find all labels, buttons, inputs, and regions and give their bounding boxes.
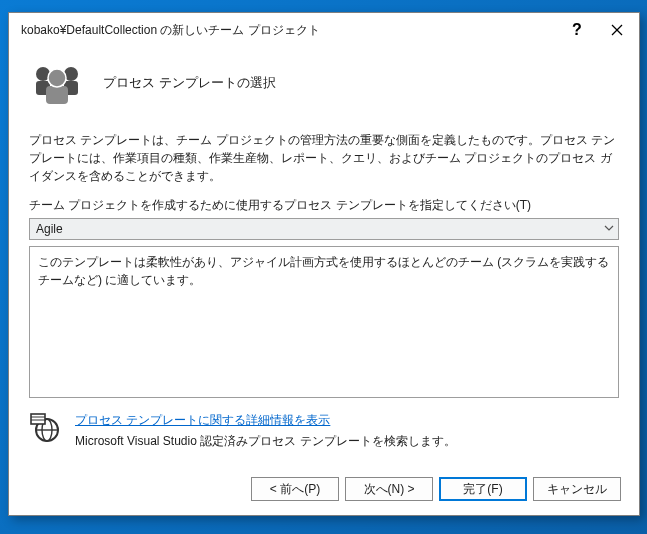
svg-rect-12 <box>31 414 45 424</box>
next-button[interactable]: 次へ(N) > <box>345 477 433 501</box>
help-button[interactable]: ? <box>557 15 597 45</box>
close-icon <box>611 24 623 36</box>
chevron-down-icon <box>604 222 614 236</box>
finish-button[interactable]: 完了(F) <box>439 477 527 501</box>
window-title: kobako¥DefaultCollection の新しいチーム プロジェクト <box>21 22 557 39</box>
info-texts: プロセス テンプレートに関する詳細情報を表示 Microsoft Visual … <box>75 412 619 450</box>
info-row: プロセス テンプレートに関する詳細情報を表示 Microsoft Visual … <box>29 412 619 450</box>
intro-text: プロセス テンプレートは、チーム プロジェクトの管理方法の重要な側面を定義したも… <box>29 131 619 185</box>
close-button[interactable] <box>597 15 637 45</box>
svg-rect-7 <box>46 86 68 104</box>
template-description-box: このテンプレートは柔軟性があり、アジャイル計画方式を使用するほとんどのチーム (… <box>29 246 619 398</box>
template-field-label: チーム プロジェクトを作成するために使用するプロセス テンプレートを指定してくだ… <box>29 197 619 214</box>
info-sub-text: Microsoft Visual Studio 認定済みプロセス テンプレートを… <box>75 433 619 450</box>
titlebar: kobako¥DefaultCollection の新しいチーム プロジェクト … <box>9 13 639 47</box>
new-team-project-dialog: kobako¥DefaultCollection の新しいチーム プロジェクト … <box>8 12 640 516</box>
header-section: プロセス テンプレートの選択 <box>9 47 639 123</box>
process-template-combobox[interactable]: Agile <box>29 218 619 240</box>
combobox-selected-value: Agile <box>36 222 604 236</box>
page-title: プロセス テンプレートの選択 <box>103 74 276 92</box>
button-row: < 前へ(P) 次へ(N) > 完了(F) キャンセル <box>9 467 639 515</box>
template-details-link[interactable]: プロセス テンプレートに関する詳細情報を表示 <box>75 412 330 429</box>
dialog-body: プロセス テンプレートは、チーム プロジェクトの管理方法の重要な側面を定義したも… <box>9 123 639 467</box>
team-people-icon <box>29 61 85 105</box>
previous-button[interactable]: < 前へ(P) <box>251 477 339 501</box>
globe-icon <box>29 412 59 442</box>
cancel-button[interactable]: キャンセル <box>533 477 621 501</box>
